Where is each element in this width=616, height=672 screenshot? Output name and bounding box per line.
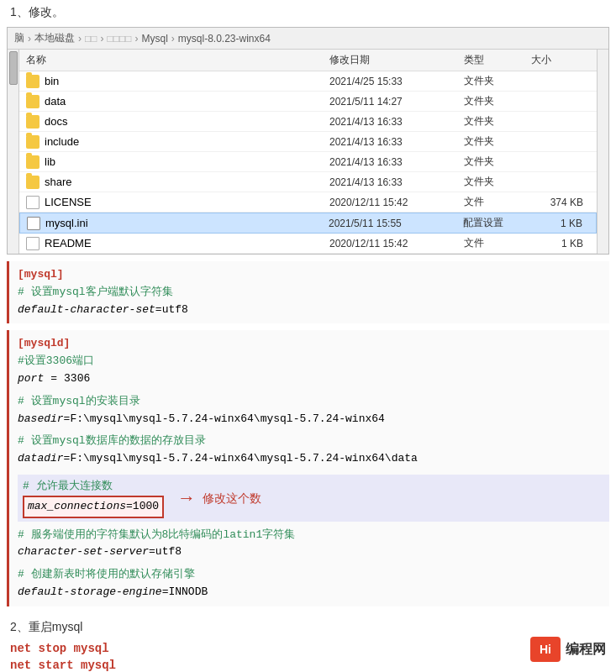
scroll-thumb[interactable] <box>9 51 18 85</box>
col-type[interactable]: 类型 <box>464 53 531 67</box>
table-row[interactable]: README 2020/12/11 15:42 文件 1 KB <box>19 234 597 254</box>
config-file-icon <box>27 217 40 230</box>
logo-icon: Hi <box>530 637 561 662</box>
max-connections-highlight: max_connections=1000 <box>23 496 164 518</box>
cmd-start: net start mysql <box>10 659 606 672</box>
annotation-text: 修改这个数 <box>203 489 261 507</box>
cmd-stop: net stop mysql <box>10 642 606 655</box>
folder-icon <box>26 135 39 149</box>
col-size[interactable]: 大小 <box>531 53 590 67</box>
table-row-selected[interactable]: mysql.ini 2021/5/11 15:55 配置设置 1 KB <box>19 213 597 234</box>
table-row[interactable]: share 2021/4/13 16:33 文件夹 <box>19 172 597 192</box>
table-row[interactable]: data 2021/5/11 14:27 文件夹 <box>19 92 597 112</box>
mysql-block: [mysql] # 设置mysql客户端默认字符集 default-charac… <box>7 261 609 323</box>
left-scrollbar[interactable] <box>8 50 19 254</box>
folder-icon <box>26 75 39 88</box>
file-table-header: 名称 修改日期 类型 大小 <box>19 50 597 71</box>
mysqld-charset-line: character-set-server=utf8 <box>18 543 609 561</box>
mysqld-comment6: # 创建新表时将使用的默认存储引擎 <box>18 566 609 584</box>
folder-icon <box>26 155 39 169</box>
table-row[interactable]: LICENSE 2020/12/11 15:42 文件 374 KB <box>19 192 597 213</box>
mysqld-datadir-line: datadir=F:\mysql\mysql-5.7.24-winx64\mys… <box>18 450 609 468</box>
code-section: [mysql] # 设置mysql客户端默认字符集 default-charac… <box>7 261 609 606</box>
mysql-comment1: # 设置mysql客户端默认字符集 <box>18 284 609 302</box>
annotation-area: → 修改这个数 <box>177 483 261 512</box>
step-1-label: 1、修改。 <box>0 0 616 24</box>
mysqld-comment3: # 设置mysql数据库的数据的存放目录 <box>18 433 609 450</box>
max-connections-section: # 允许最大连接数 max_connections=1000 → 修改这个数 <box>18 475 609 522</box>
table-row[interactable]: docs 2021/4/13 16:33 文件夹 <box>19 112 597 132</box>
mysql-section-header: [mysql] <box>18 266 609 284</box>
bottom-section: 2、重启mysql net stop mysql net start mysql <box>0 613 616 672</box>
folder-icon <box>26 95 39 108</box>
table-row[interactable]: lib 2021/4/13 16:33 文件夹 <box>19 152 597 172</box>
right-scrollbar[interactable] <box>597 50 608 254</box>
logo-area: Hi 编程网 <box>530 637 606 662</box>
mysqld-basedir-line: basedir=F:\mysql\mysql-5.7.24-winx64\mys… <box>18 411 609 428</box>
file-icon <box>26 237 39 250</box>
folder-icon <box>26 176 39 189</box>
mysqld-comment4: # 允许最大连接数 <box>23 478 164 496</box>
file-icon <box>26 196 39 209</box>
table-row[interactable]: bin 2021/4/25 15:33 文件夹 <box>19 71 597 92</box>
mysqld-comment5: # 服务端使用的字符集默认为8比特编码的latin1字符集 <box>18 527 609 544</box>
mysqld-maxconn-line: max_connections=1000 <box>23 496 164 518</box>
col-name[interactable]: 名称 <box>26 53 329 67</box>
mysqld-block: [mysqld] #设置3306端口 port = 3306 # 设置mysql… <box>7 330 609 606</box>
mysqld-port-line: port = 3306 <box>18 370 609 388</box>
mysqld-engine-line: default-storage-engine=INNODB <box>18 584 609 601</box>
logo-brand: 编程网 <box>566 641 606 659</box>
mysqld-comment1: #设置3306端口 <box>18 353 609 370</box>
mysql-charset-line: default-character-set=utf8 <box>18 302 609 319</box>
table-row[interactable]: include 2021/4/13 16:33 文件夹 <box>19 132 597 152</box>
col-date[interactable]: 修改日期 <box>329 53 464 67</box>
mysqld-section-header: [mysqld] <box>18 335 609 353</box>
max-connections-block: # 允许最大连接数 max_connections=1000 <box>23 478 164 518</box>
step-2-label: 2、重启mysql <box>10 620 606 635</box>
mysqld-comment2: # 设置mysql的安装目录 <box>18 393 609 411</box>
breadcrumb: 脑 › 本地磁盘 › □□ › □□□□ › Mysql › mysql-8.0… <box>8 28 608 50</box>
folder-icon <box>26 115 39 129</box>
arrow-right-icon: → <box>177 483 196 512</box>
